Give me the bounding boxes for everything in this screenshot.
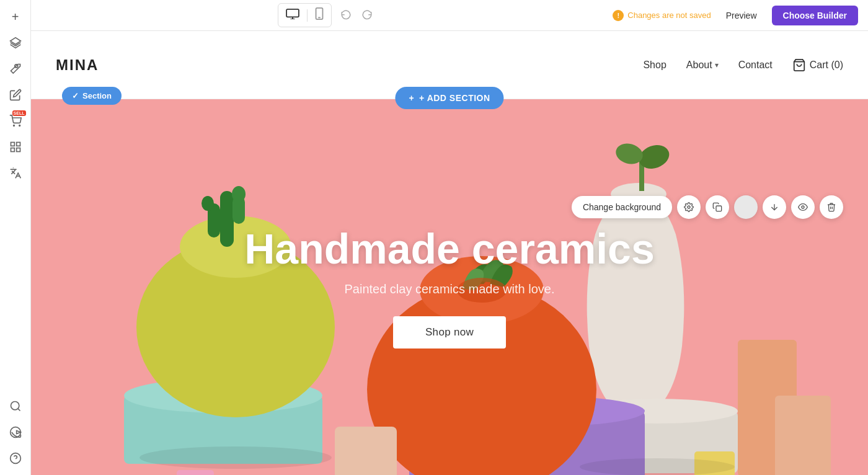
nav-about[interactable]: About ▾	[686, 60, 719, 71]
svg-rect-7	[16, 148, 20, 152]
nav-about-chevron: ▾	[715, 61, 719, 69]
hero-subtitle: Painted clay ceramics made with love.	[244, 282, 654, 296]
svg-point-3	[19, 125, 20, 127]
svg-point-8	[11, 402, 19, 410]
site-nav: Shop About ▾ Contact Cart (0)	[643, 58, 843, 72]
add-section-button[interactable]: + + ADD SECTION	[395, 87, 503, 109]
sidebar: + SELL	[0, 0, 31, 475]
hero-content: Handmade ceramics Painted clay ceramics …	[244, 226, 654, 348]
svg-rect-5	[16, 143, 20, 146]
sidebar-edit-icon[interactable]	[4, 83, 27, 107]
topbar: ! Changes are not saved Preview Choose B…	[31, 0, 868, 31]
sidebar-add-icon[interactable]: +	[4, 5, 27, 29]
unsaved-warning: ! Changes are not saved	[613, 10, 711, 21]
sidebar-layers-icon[interactable]	[4, 31, 27, 55]
change-background-button[interactable]: Change background	[572, 196, 672, 218]
sidebar-marketing-icon[interactable]	[4, 420, 27, 444]
canvas: MINA Shop About ▾ Contact Cart (0)	[31, 31, 868, 475]
preview-button[interactable]: Preview	[719, 7, 764, 24]
topbar-right: ! Changes are not saved Preview Choose B…	[613, 6, 858, 25]
undo-redo-controls	[337, 6, 376, 25]
section-badge-label: Section	[82, 91, 112, 100]
svg-point-26	[202, 196, 214, 211]
device-divider	[307, 9, 308, 22]
section-toolbar: Change background	[572, 195, 843, 219]
sidebar-help-icon[interactable]	[4, 446, 27, 470]
sell-badge-label: SELL	[12, 110, 26, 116]
svg-rect-12	[286, 9, 299, 17]
add-section-plus-icon: +	[409, 93, 414, 103]
topbar-center	[278, 3, 376, 27]
nav-contact[interactable]: Contact	[738, 60, 773, 71]
svg-rect-4	[11, 143, 14, 146]
svg-point-52	[802, 206, 804, 208]
nav-shop-label: Shop	[643, 60, 666, 71]
warning-dot-icon: !	[613, 10, 624, 21]
duplicate-button[interactable]	[706, 195, 729, 219]
nav-shop[interactable]: Shop	[643, 60, 666, 71]
device-icons	[278, 3, 332, 27]
unsaved-text: Changes are not saved	[627, 11, 711, 20]
mobile-icon[interactable]	[312, 6, 326, 24]
color-picker-button[interactable]	[734, 195, 758, 219]
svg-point-28	[232, 186, 246, 202]
nav-about-label: About	[686, 60, 712, 71]
svg-rect-45	[177, 470, 214, 475]
svg-rect-43	[775, 396, 831, 475]
undo-button[interactable]	[337, 6, 355, 25]
svg-point-49	[688, 206, 690, 208]
sidebar-apps-icon[interactable]	[4, 135, 27, 159]
sidebar-search-icon[interactable]	[4, 394, 27, 418]
hero-section: Handmade ceramics Painted clay ceramics …	[31, 99, 868, 475]
sidebar-design-icon[interactable]	[4, 57, 27, 81]
hero-title: Handmade ceramics	[244, 226, 654, 272]
redo-button[interactable]	[358, 6, 376, 25]
visibility-button[interactable]	[791, 195, 815, 219]
svg-line-9	[17, 409, 20, 411]
move-down-button[interactable]	[763, 195, 786, 219]
add-section-label: + ADD SECTION	[419, 93, 490, 103]
checkmark-icon: ✓	[72, 91, 79, 100]
sidebar-translate-icon[interactable]	[4, 161, 27, 185]
section-badge: ✓ Section	[62, 87, 122, 105]
add-section-container: + + ADD SECTION	[395, 87, 503, 109]
svg-rect-24	[220, 191, 234, 247]
svg-point-2	[13, 125, 14, 127]
site-logo: MINA	[56, 56, 99, 74]
choose-builder-button[interactable]: Choose Builder	[772, 6, 858, 25]
shop-now-button[interactable]: Shop now	[393, 316, 506, 348]
delete-button[interactable]	[820, 195, 843, 219]
nav-cart-label: Cart (0)	[810, 60, 843, 71]
svg-point-48	[580, 458, 735, 475]
svg-point-47	[140, 446, 332, 469]
nav-cart[interactable]: Cart (0)	[792, 58, 843, 72]
sidebar-sell-icon[interactable]: SELL	[4, 109, 27, 133]
settings-button[interactable]	[677, 195, 701, 219]
svg-rect-46	[335, 427, 397, 475]
svg-rect-50	[716, 206, 722, 211]
main-content: ! Changes are not saved Preview Choose B…	[31, 0, 868, 475]
svg-rect-6	[11, 148, 14, 152]
nav-contact-label: Contact	[738, 60, 773, 71]
desktop-icon[interactable]	[283, 7, 302, 24]
